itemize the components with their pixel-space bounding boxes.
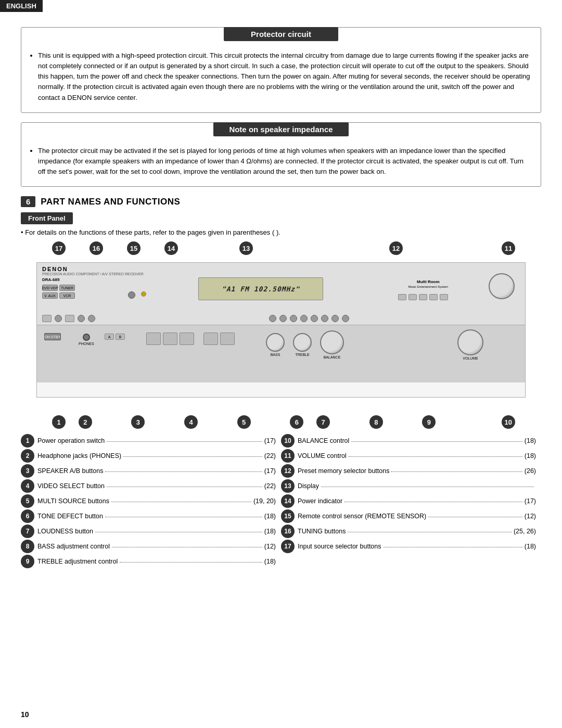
top-circle-9: [321, 315, 328, 322]
part-num-5: 5: [21, 494, 34, 508]
top-circle-11: [342, 315, 349, 322]
part-desc-9: TREBLE adjustment control (18): [37, 557, 276, 567]
top-circle-10: [331, 315, 339, 322]
volume-knob-bottom: [457, 329, 483, 355]
denon-subtitle: PRECISION AUDIO COMPONENT / A/V STEREO R…: [42, 272, 144, 276]
tuning-btn-4: [429, 294, 438, 300]
tuning-btn-3: [419, 294, 427, 300]
denon-label: DENON: [42, 266, 68, 272]
top-circle-5: [279, 315, 287, 322]
protector-circuit-text: This unit is equipped with a high-speed …: [38, 50, 531, 103]
part-row-15: 15 Remote control sensor (REMOTE SENSOR)…: [281, 509, 536, 523]
tuning-btn-2: [408, 294, 417, 300]
part-num-13: 13: [281, 479, 295, 493]
num14-above: 14: [164, 241, 178, 255]
part-desc-1: Power operation switch (17): [37, 436, 276, 446]
top-btn-2: [65, 315, 74, 322]
part-desc-6: TONE DEFECT button (18): [37, 512, 276, 521]
multi-src-btn1: [163, 333, 177, 345]
part-desc-11: VOLUME control (18): [298, 451, 536, 461]
part-desc-13: Display: [298, 481, 536, 491]
treble-knob: [293, 333, 312, 352]
multiroom-label: Multi RoomMusic Entertainment System: [408, 279, 448, 289]
part-desc-12: Preset memory selector buttons (26): [298, 466, 536, 476]
parts-col-right: 10 BALANCE control (18) 11 VOLUME contro…: [281, 434, 541, 570]
num3-below: 3: [131, 415, 145, 429]
part-row-7: 7 LOUDNESS button (18): [21, 525, 276, 538]
protector-circuit-title: Protector circuit: [224, 27, 338, 41]
num17-above: 17: [52, 241, 66, 255]
top-circle-4: [269, 315, 276, 322]
language-tab: ENGLISH: [0, 0, 43, 12]
note-impedance-text: The protector circuit may be activated i…: [38, 146, 531, 177]
remote-sensor-diagram: [128, 291, 135, 299]
part-row-3: 3 SPEAKER A/B buttons (17): [21, 464, 276, 478]
front-panel-label: Front Panel: [21, 212, 73, 224]
protector-circuit-content: This unit is equipped with a high-speed …: [38, 50, 531, 103]
tone-loud-area: [203, 333, 235, 345]
part-num-11: 11: [281, 449, 295, 463]
note-impedance-section: Note on speaker impedance The protector …: [21, 122, 541, 187]
num16-above: 16: [90, 241, 103, 255]
part-row-12: 12 Preset memory selector buttons (26): [281, 464, 536, 478]
part-desc-2: Headphone jacks (PHONES) (22): [37, 451, 276, 461]
part-row-6: 6 TONE DEFECT button (18): [21, 509, 276, 523]
protector-circuit-section: Protector circuit This unit is equipped …: [21, 27, 541, 113]
vaux-btn: V. AUX: [42, 292, 58, 299]
tuning-btn-1: [398, 294, 406, 300]
num9-below: 9: [422, 415, 436, 429]
receiver-diagram: DENON PRECISION AUDIO COMPONENT / A/V ST…: [36, 262, 526, 398]
part-row-14: 14 Power indicator (17): [281, 494, 536, 508]
top-circle-7: [300, 315, 308, 322]
tuning-btn-5: [440, 294, 448, 300]
display-text: "A1 FM 102.50MHz": [222, 285, 300, 293]
note-impedance-content: The protector circuit may be activated i…: [38, 146, 531, 177]
part-num-7: 7: [21, 525, 34, 538]
part-row-16: 16 TUNING buttons (25, 26): [281, 525, 536, 538]
part-num-3: 3: [21, 464, 34, 478]
top-circle-2: [78, 315, 85, 322]
part-num-2: 2: [21, 449, 34, 463]
part-num-17: 17: [281, 540, 295, 553]
below-numbers-row: 1 2 3 4 5 6 7 8 9 10: [36, 415, 526, 429]
power-indicator-diagram: [141, 291, 146, 297]
num2-below: 2: [79, 415, 92, 429]
note-impedance-title: Note on speaker impedance: [213, 122, 348, 136]
num6-below: 6: [290, 415, 303, 429]
bass-treble-area: BASS TREBLE BALANCE: [266, 330, 344, 359]
part-row-13: 13 Display: [281, 479, 536, 493]
part-desc-4: VIDEO SELECT button (22): [37, 481, 276, 491]
part-row-10: 10 BALANCE control (18): [281, 434, 536, 448]
source-buttons-area: DVD·VDP TUNER V. AUX VCR: [42, 285, 75, 299]
num7-below: 7: [316, 415, 330, 429]
standby-btn: ON·STBY: [44, 333, 61, 340]
volume-label: VOLUME: [457, 356, 483, 360]
top-circle-8: [311, 315, 318, 322]
spk-a-btn: A: [105, 334, 114, 340]
tuning-buttons-area: [398, 294, 448, 300]
part-num-12: 12: [281, 464, 295, 478]
volume-knob-bottom-area: VOLUME: [457, 329, 483, 360]
part-row-9: 9 TREBLE adjustment control (18): [21, 555, 276, 568]
receiver-bottom-panel: ON·STBY PHONES A B: [37, 325, 525, 382]
top-btn-1: [42, 315, 52, 322]
part-desc-14: Power indicator (17): [298, 496, 536, 506]
num10-below: 10: [502, 415, 515, 429]
phones-jack: [83, 334, 90, 341]
top-circle-6: [290, 315, 297, 322]
part-desc-16: TUNING buttons (25, 26): [298, 527, 536, 537]
standby-area: ON·STBY: [44, 333, 61, 340]
multi-src-btn2: [180, 333, 194, 345]
part-desc-17: Input source selector buttons (18): [298, 542, 536, 552]
top-circle-3: [88, 315, 95, 322]
bass-label: BASS: [266, 353, 285, 356]
section6-number: 6: [21, 196, 35, 207]
part-num-4: 4: [21, 479, 34, 493]
part-num-10: 10: [281, 434, 295, 448]
num4-below: 4: [184, 415, 198, 429]
tone-def-btn: [203, 333, 218, 345]
receiver-diagram-wrapper: 17 16 15 14 13 12 11 DENON: [36, 241, 526, 429]
loudness-btn: [220, 333, 235, 345]
section6: 6 PART NAMES AND FUNCTIONS Front Panel •…: [21, 196, 541, 570]
above-numbers-row: 17 16 15 14 13 12 11: [36, 241, 526, 255]
